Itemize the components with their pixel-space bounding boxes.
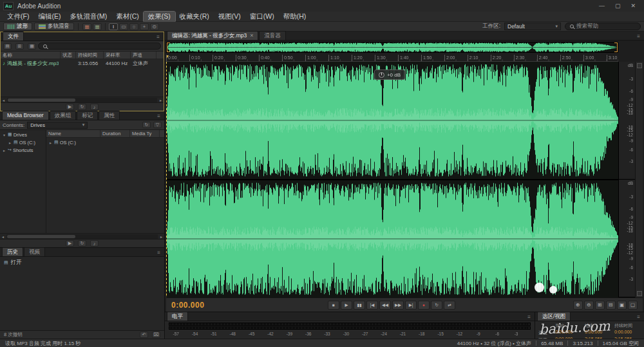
timeline-ruler[interactable]: 0:000:100:200:300:400:501:001:101:201:30… [166,54,618,62]
tab-files[interactable]: 文件 [3,32,24,41]
files-search-input[interactable] [38,42,161,50]
scrollbar-thumb[interactable] [8,98,75,102]
help-search-input[interactable]: 搜索帮助 [565,23,641,30]
clip-indicator[interactable] [527,323,531,326]
menu-view[interactable]: 视图(V) [214,12,245,22]
playhead[interactable] [166,62,167,297]
maximize-button[interactable]: ▢ [615,3,621,9]
menu-favorites[interactable]: 收藏夹(R) [175,12,214,22]
tab-levels[interactable]: 电平 [167,312,188,321]
loop-playback-button[interactable]: ↻ [431,301,442,310]
menu-help[interactable]: 帮助(H) [279,12,311,22]
menu-file[interactable]: 文件(F) [3,12,33,22]
refresh-icon[interactable]: ↻ [142,122,151,128]
panel-menu-icon[interactable]: ≡ [635,314,642,320]
close-tab-icon[interactable]: × [250,32,253,39]
tab-history[interactable]: 历史 [2,247,23,256]
import-file-icon[interactable]: ⊞ [15,43,24,50]
range-handle-left[interactable] [167,42,170,52]
pause-button[interactable]: ▮▮ [354,301,365,310]
time-selection-tool-icon[interactable]: I [109,23,118,30]
panel-menu-icon[interactable]: ≡ [155,250,162,256]
zoom-out-vertical-button[interactable]: ⊟ [606,301,616,310]
clear-history-icon[interactable]: ⌧ [152,332,160,338]
skip-to-start-button[interactable]: |◀ [366,301,378,310]
auto-play-icon[interactable]: ♪ [90,104,99,110]
close-button[interactable]: ✕ [630,3,636,9]
media-column-header[interactable]: NameDurationMedia Ty [46,130,164,138]
volume-knob-icon[interactable] [379,72,384,78]
minimize-button[interactable]: — [599,3,605,9]
scroll-right-icon[interactable]: ▸ [158,98,164,102]
marquee-selection-tool-icon[interactable]: ▭ [119,23,128,30]
zoom-to-selection-button[interactable]: ▣ [617,301,627,310]
stop-button[interactable]: ■ [328,301,339,310]
range-handle-right[interactable] [614,42,618,52]
file-row[interactable]: ♪鸿越莫 - 很多少女.mp33:15.05644100 Hz立体声 [1,59,164,67]
play-file-icon[interactable]: ▶ [66,240,74,247]
scrollbar-thumb[interactable] [7,235,75,238]
tree-item[interactable]: ▸↪Shortcuts [0,146,46,154]
play-file-icon[interactable]: ▶ [66,104,74,110]
zoom-full-button[interactable]: ▢ [628,301,638,310]
scroll-left-icon[interactable]: ◂ [0,234,6,239]
chevron-down-icon[interactable]: ▾ [2,133,6,137]
filter-icon[interactable]: ▽ [153,122,162,128]
contents-dropdown[interactable]: Drives ▾ [27,122,88,129]
spectral-frequency-display-icon[interactable]: ▦ [82,23,91,30]
waveform-view-button[interactable]: 波形 [3,23,32,30]
tab-video[interactable]: 视频 [24,247,45,256]
vertical-zoom-strip[interactable] [635,62,643,297]
files-column-header[interactable]: 名称状态持续时间采样率声道 [1,52,164,59]
tree-item[interactable]: ▾▦Drives [0,131,46,138]
panel-menu-icon[interactable]: ≡ [155,113,162,119]
spectral-pitch-display-icon[interactable]: ▦ [93,23,102,30]
media-hscrollbar[interactable]: ◂ ▸ [0,233,164,239]
auto-play-icon[interactable]: ♪ [90,240,99,247]
lasso-selection-tool-icon[interactable]: ○ [129,23,138,30]
zoom-preset-icon[interactable] [637,291,642,296]
rewind-button[interactable]: ◀◀ [379,301,391,310]
chevron-right-icon[interactable]: ▸ [2,148,6,153]
menu-clip[interactable]: 素材(C) [111,12,144,22]
chevron-right-icon[interactable]: ▸ [8,140,12,145]
menu-effects[interactable]: 效果(S) [144,12,175,22]
files-hscrollbar[interactable]: ◂ ▸ [1,97,164,102]
multitrack-view-button[interactable]: 多轨混音 [34,23,74,30]
clip-indicator[interactable] [527,326,531,330]
scrollbar-track[interactable] [6,234,158,239]
panel-menu-icon[interactable]: ≡ [155,34,162,40]
undo-icon[interactable]: ↶ [140,332,148,338]
loop-playback-icon[interactable]: ↻ [78,240,86,247]
tab-effects-rack[interactable]: 效果组 [50,111,77,120]
loop-playback-icon[interactable]: ↻ [78,104,86,110]
scroll-right-icon[interactable]: ▸ [158,234,164,239]
open-file-icon[interactable]: ▤ [3,43,12,50]
chevron-right-icon[interactable]: ▸ [48,140,53,145]
tab-properties[interactable]: 属性 [99,111,120,120]
paintbrush-selection-tool-icon[interactable]: + [140,23,149,30]
new-content-icon[interactable]: ▦ [28,43,36,50]
spot-healing-brush-tool-icon[interactable]: ⊙ [150,23,159,30]
tree-item[interactable]: ▸▤OS (C:) [0,138,46,146]
menu-edit[interactable]: 编辑(E) [33,12,65,22]
zoom-in-button[interactable]: ⊕ [573,301,583,310]
tab-selection-view[interactable]: 选区/视图 [537,312,571,321]
tab-markers[interactable]: 标记 [77,111,98,120]
tab-mixer[interactable]: 混音器 [259,31,286,40]
panel-menu-icon[interactable]: ≡ [526,314,533,320]
scroll-left-icon[interactable]: ◂ [1,98,6,102]
zoom-out-button[interactable]: ⊖ [584,301,594,310]
menu-window[interactable]: 窗口(W) [245,12,279,22]
tab-editor[interactable]: 编辑器: 鸿越莫 - 很多少女.mp3× [167,31,258,40]
overview-navigator[interactable] [166,42,618,53]
history-step[interactable]: ▤打开 [0,258,164,267]
panel-menu-icon[interactable]: ≡ [635,33,642,39]
scrollbar-track[interactable] [7,98,157,102]
play-button[interactable]: ▶ [341,301,352,310]
tab-media-browser[interactable]: Media Browser [2,111,49,120]
record-button[interactable]: ● [418,301,430,310]
fast-forward-button[interactable]: ▶▶ [392,301,404,310]
skip-to-end-button[interactable]: ▶| [405,301,417,310]
time-display[interactable]: 0:00.000 [171,301,242,310]
